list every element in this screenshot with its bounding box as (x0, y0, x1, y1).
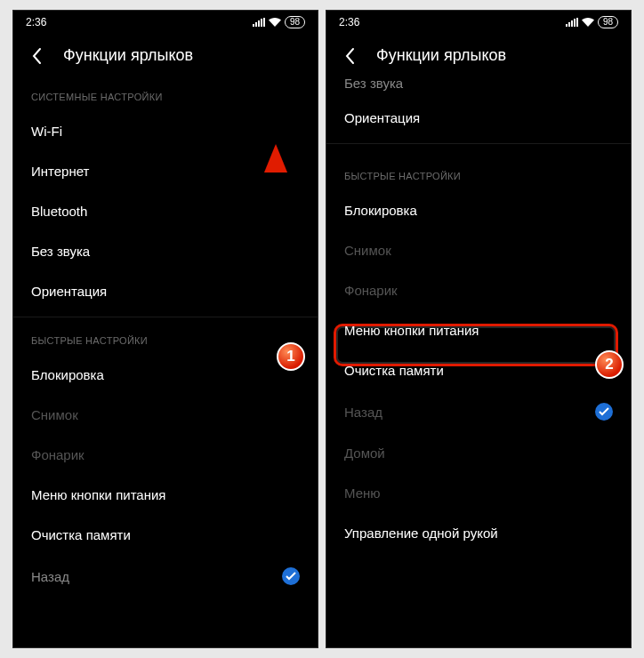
item-label: Фонарик (31, 447, 85, 462)
item-label: Меню кнопки питания (31, 487, 165, 502)
item-label: Без звука (31, 244, 90, 259)
separator (326, 143, 631, 144)
item-label: Меню (344, 485, 381, 501)
section-quick-settings: БЫСТРЫЕ НАСТРОЙКИ (326, 149, 631, 190)
item-power-menu[interactable]: Меню кнопки питания (326, 310, 631, 350)
phone-screen-left: 2:36 98 Функции ярлыков СИСТЕМНЫЕ НАСТРО… (12, 10, 318, 648)
item-internet[interactable]: Интернет (13, 151, 318, 191)
item-flashlight[interactable]: Фонарик (326, 270, 631, 310)
page-title: Функции ярлыков (63, 46, 193, 65)
item-power-menu[interactable]: Меню кнопки питания (13, 475, 318, 515)
item-label: Интернет (31, 164, 89, 179)
item-bluetooth[interactable]: Bluetooth (13, 191, 318, 231)
item-orientation[interactable]: Ориентация (13, 271, 318, 311)
signal-icon (253, 18, 265, 27)
checkmark-icon (282, 567, 300, 585)
phone-screen-right: 2:36 98 Функции ярлыков Без звука Ориент… (326, 10, 632, 648)
item-label: Домой (344, 445, 385, 461)
status-bar: 2:36 98 (326, 11, 631, 34)
item-label: Назад (31, 569, 69, 584)
item-label: Снимок (344, 243, 391, 258)
back-button[interactable] (28, 47, 45, 65)
item-wifi[interactable]: Wi-Fi (13, 111, 318, 151)
item-flashlight[interactable]: Фонарик (13, 435, 318, 475)
item-orientation[interactable]: Ориентация (326, 98, 631, 138)
back-button[interactable] (341, 47, 358, 65)
step-number: 2 (605, 356, 613, 373)
item-label: Фонарик (344, 283, 398, 298)
item-label: Очистка памяти (344, 363, 444, 378)
item-label: Ориентация (344, 110, 420, 125)
section-system-settings: СИСТЕМНЫЕ НАСТРОЙКИ (13, 79, 318, 111)
item-lock[interactable]: Блокировка (13, 355, 318, 395)
page-title: Функции ярлыков (376, 46, 506, 65)
separator (13, 317, 318, 317)
item-label: Bluetooth (31, 204, 87, 219)
wifi-icon (582, 18, 594, 27)
status-right: 98 (253, 16, 305, 28)
item-label: Блокировка (31, 367, 104, 382)
item-label: Очистка памяти (31, 527, 131, 542)
item-label: Блокировка (344, 203, 417, 218)
item-memory-clean[interactable]: Очистка памяти (13, 515, 318, 555)
status-right: 98 (566, 16, 618, 28)
item-back[interactable]: Назад (13, 555, 318, 598)
item-label: Снимок (31, 407, 78, 422)
status-time: 2:36 (339, 16, 359, 28)
item-silent-partial[interactable]: Без звука (326, 76, 631, 98)
section-quick-settings: БЫСТРЫЕ НАСТРОЙКИ (13, 323, 318, 355)
wifi-icon (269, 18, 281, 27)
item-silent[interactable]: Без звука (13, 231, 318, 271)
item-screenshot[interactable]: Снимок (13, 395, 318, 435)
header: Функции ярлыков (13, 34, 318, 79)
battery-badge: 98 (598, 16, 618, 28)
status-time: 2:36 (26, 16, 46, 28)
status-bar: 2:36 98 (13, 11, 318, 34)
item-home[interactable]: Домой (326, 433, 631, 473)
settings-content: Без звука Ориентация БЫСТРЫЕ НАСТРОЙКИ Б… (326, 76, 631, 553)
checkmark-icon (595, 403, 613, 421)
item-memory-clean[interactable]: Очистка памяти (326, 350, 631, 390)
step-number: 1 (286, 348, 294, 365)
item-back[interactable]: Назад (326, 390, 631, 433)
item-label: Назад (344, 405, 382, 420)
battery-badge: 98 (285, 16, 305, 28)
item-menu[interactable]: Меню (326, 473, 631, 513)
step-badge-1: 1 (277, 342, 305, 371)
item-label: Управление одной рукой (344, 526, 498, 541)
signal-icon (566, 18, 578, 27)
item-label: Без звука (344, 76, 403, 91)
item-lock[interactable]: Блокировка (326, 190, 631, 230)
header: Функции ярлыков (326, 34, 631, 79)
item-label: Меню кнопки питания (344, 323, 479, 338)
item-one-hand[interactable]: Управление одной рукой (326, 513, 631, 553)
item-label: Wi-Fi (31, 124, 62, 139)
item-label: Ориентация (31, 284, 107, 299)
item-screenshot[interactable]: Снимок (326, 230, 631, 270)
step-badge-2: 2 (595, 350, 624, 379)
settings-content: СИСТЕМНЫЕ НАСТРОЙКИ Wi-Fi Интернет Bluet… (13, 79, 318, 598)
